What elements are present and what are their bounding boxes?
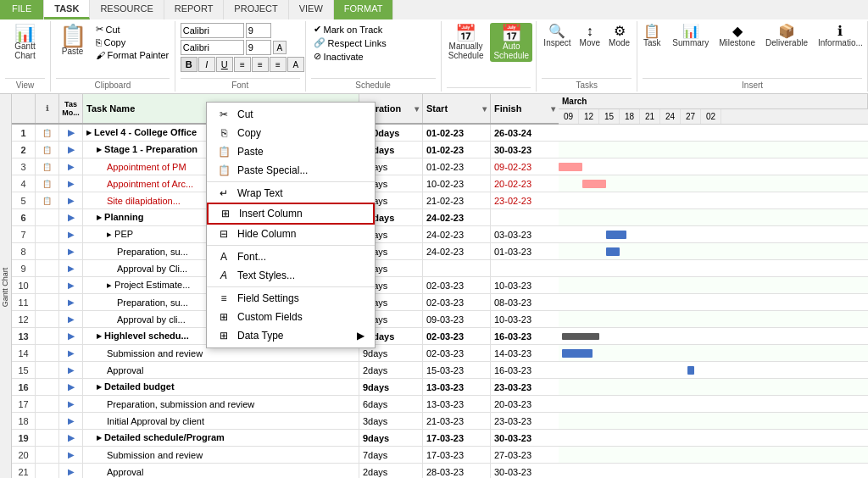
gantt-chart-button[interactable]: 📊 GanttChart: [11, 23, 39, 62]
tab-view[interactable]: VIEW: [289, 0, 334, 19]
font-size-input[interactable]: [246, 23, 271, 38]
row-mode: ▶: [59, 125, 83, 141]
table-row[interactable]: 17 ▶ Preparation, submission and review …: [12, 396, 559, 413]
row-finish: 30-03-23: [491, 142, 559, 158]
row-number: 20: [12, 447, 36, 463]
tab-file[interactable]: FILE: [0, 0, 44, 19]
row-number: 21: [12, 464, 36, 478]
group-view-label: View: [5, 78, 45, 90]
clear-format-button[interactable]: A: [273, 41, 287, 54]
mode-button[interactable]: ⚙ Mode: [605, 23, 633, 49]
ctx-cut[interactable]: ✂ Cut: [207, 105, 375, 124]
ctx-paste[interactable]: 📋 Paste: [207, 142, 375, 161]
ctx-wrap-text[interactable]: ↵ Wrap Text: [207, 184, 375, 203]
tab-report[interactable]: REPORT: [164, 0, 225, 19]
ctx-cut-label: Cut: [237, 108, 253, 120]
ctx-text-styles[interactable]: A Text Styles...: [207, 266, 375, 285]
move-button[interactable]: ↕ Move: [576, 23, 604, 49]
paste-button[interactable]: 📋 Paste: [54, 23, 92, 58]
row-start: 24-02-23: [423, 243, 491, 259]
font-size-input2[interactable]: [246, 40, 271, 55]
ctx-insert-col-label: Insert Column: [239, 208, 303, 220]
ctx-paste-special-icon: 📋: [217, 164, 231, 176]
group-schedule-label: Schedule: [311, 78, 436, 90]
gantt-bar: [562, 333, 599, 340]
row-start: 02-03-23: [423, 328, 491, 344]
row-finish: 30-03-23: [491, 430, 559, 446]
ctx-paste-icon: 📋: [217, 146, 231, 158]
information-button[interactable]: ℹ Informatio...: [815, 23, 866, 49]
ctx-copy[interactable]: ⎘ Copy: [207, 124, 375, 142]
copy-label: Copy: [104, 37, 126, 47]
row-info: [36, 243, 59, 259]
ctx-paste-special[interactable]: 📋 Paste Special...: [207, 161, 375, 180]
table-row[interactable]: 16 ▶ ▸ Detailed budget 9days 13-03-23 23…: [12, 379, 559, 396]
row-finish: 16-03-23: [491, 362, 559, 378]
row-start: 09-03-23: [423, 311, 491, 327]
font-name-input2[interactable]: [181, 40, 244, 55]
row-finish: 23-03-23: [491, 413, 559, 429]
italic-button[interactable]: I: [198, 57, 215, 72]
manually-schedule-button[interactable]: 📅 ManuallySchedule: [445, 23, 487, 62]
task-label: Task: [643, 38, 661, 47]
row-finish: [491, 209, 559, 225]
row-number: 2: [12, 142, 36, 158]
row-number: 14: [12, 345, 36, 361]
gantt-day-18: 18: [620, 109, 640, 124]
deliverable-button[interactable]: 📦 Deliverable: [762, 23, 811, 49]
tab-task[interactable]: TASK: [44, 0, 90, 19]
table-row[interactable]: 18 ▶ Initial Approval by client 3days 21…: [12, 413, 559, 430]
copy-button[interactable]: ⎘ Copy: [93, 36, 172, 48]
row-finish: 10-03-23: [491, 277, 559, 293]
respect-links-button[interactable]: 🔗 Respect Links: [311, 36, 389, 49]
gantt-bar-row: [559, 447, 868, 464]
inspect-icon: 🔍: [548, 25, 565, 38]
milestone-button[interactable]: ◆ Milestone: [715, 23, 759, 49]
gantt-month-row: March: [559, 94, 868, 109]
row-info: [36, 379, 59, 395]
table-row[interactable]: 15 ▶ Approval 2days 15-03-23 16-03-23: [12, 362, 559, 379]
gantt-bar: [687, 366, 694, 375]
ctx-font-icon: A: [217, 251, 231, 263]
table-row[interactable]: 21 ▶ Approval 2days 28-03-23 30-03-23: [12, 464, 559, 478]
row-start: 17-03-23: [423, 447, 491, 463]
summary-button[interactable]: 📊 Summary: [669, 23, 712, 49]
gantt-bar-row: [559, 226, 868, 243]
tab-resource[interactable]: RESOURCE: [90, 0, 164, 19]
tab-project[interactable]: PROJECT: [224, 0, 288, 19]
milestone-label: Milestone: [719, 38, 755, 47]
ctx-hide-column[interactable]: ⊟ Hide Column: [207, 225, 375, 243]
row-finish: 01-03-23: [491, 243, 559, 259]
align-right-button[interactable]: ≡: [270, 57, 287, 72]
align-center-button[interactable]: ≡: [252, 57, 269, 72]
bold-button[interactable]: B: [181, 57, 198, 72]
underline-button[interactable]: U: [216, 57, 233, 72]
task-name-header-text: Task Name: [86, 103, 135, 114]
inactivate-button[interactable]: ⊘ Inactivate: [311, 50, 366, 63]
auto-schedule-button[interactable]: 📅 AutoSchedule: [490, 23, 532, 62]
task-button[interactable]: 📋 Task: [638, 23, 665, 49]
format-painter-button[interactable]: 🖌 Format Painter: [93, 49, 172, 61]
table-row[interactable]: 20 ▶ Submission and review 7days 17-03-2…: [12, 447, 559, 464]
inspect-button[interactable]: 🔍 Inspect: [540, 23, 574, 49]
ctx-custom-fields[interactable]: ⊞ Custom Fields: [207, 308, 375, 326]
highlight-button[interactable]: A: [287, 57, 304, 72]
mark-on-track-button[interactable]: ✔ Mark on Track: [311, 23, 386, 36]
mode-label: Mode: [609, 38, 630, 47]
row-start: 21-03-23: [423, 413, 491, 429]
deliverable-icon: 📦: [778, 25, 795, 38]
cut-button[interactable]: ✂ Cut: [93, 23, 172, 36]
font-name-input[interactable]: [181, 23, 244, 38]
row-duration: 9days: [359, 430, 423, 446]
ctx-insert-column[interactable]: ⊞ Insert Column: [207, 203, 375, 225]
ctx-field-settings[interactable]: ≡ Field Settings: [207, 289, 375, 308]
align-left-button[interactable]: ≡: [234, 57, 251, 72]
ctx-data-type[interactable]: ⊞ Data Type ▶: [207, 326, 375, 345]
row-mode: ▶: [59, 226, 83, 242]
move-label: Move: [580, 38, 600, 47]
tab-format[interactable]: FORMAT: [334, 0, 394, 19]
start-header-text: Start: [426, 103, 448, 114]
ctx-font[interactable]: A Font...: [207, 247, 375, 266]
row-mode: ▶: [59, 294, 83, 310]
table-row[interactable]: 19 ▶ ▸ Detailed schedule/Program 9days 1…: [12, 430, 559, 447]
